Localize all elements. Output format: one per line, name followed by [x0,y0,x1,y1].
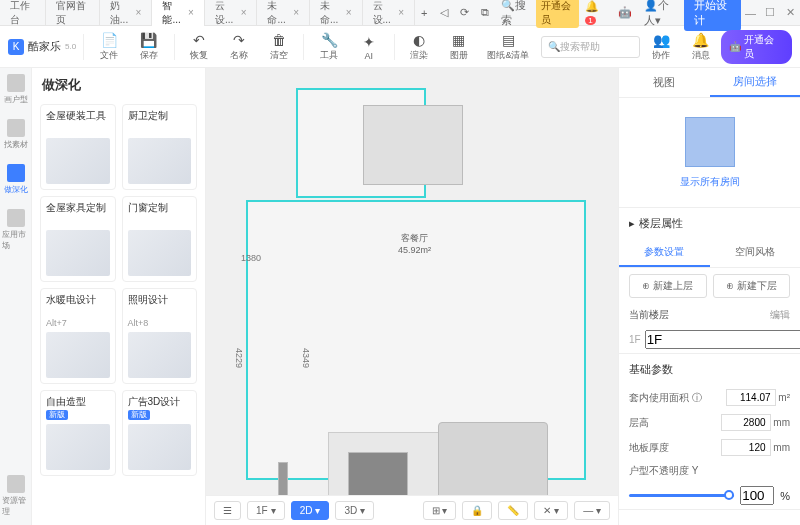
message-button[interactable]: 🔔消息 [682,31,720,62]
snap-button[interactable]: ✕ ▾ [534,501,568,520]
tab-4[interactable]: 云设...× [205,0,258,26]
users-icon: 👥 [652,31,670,49]
sidebar-rail: 画户型 找素材 做深化 应用市场 资源管理 [0,68,32,525]
side-panel: 做深化 全屋硬装工具 厨卫定制 全屋家具定制 门窗定制 水暖电设计Alt+7 照… [32,68,206,525]
tab-room-select[interactable]: 房间选择 [710,68,801,97]
floor-selector[interactable]: 1F ▾ [247,501,285,520]
album-button[interactable]: ▦图册 [440,31,478,62]
vip-badge[interactable]: 开通会员 [536,0,579,28]
redo-icon: ↷ [230,31,248,49]
app-logo: K 酷家乐 5.0 [8,39,77,55]
save-button[interactable]: 💾保存 [130,31,168,62]
vip-button[interactable]: 🤖 开通会员 [721,30,791,64]
card-lighting[interactable]: 照明设计Alt+8 [122,288,198,384]
card-hardfit[interactable]: 全屋硬装工具 [40,104,116,190]
zoom-button[interactable]: — ▾ [574,501,610,520]
tab-6[interactable]: 未命...× [310,0,363,26]
canvas-footer: ☰ 1F ▾ 2D ▾ 3D ▾ ⊞ ▾ 🔒 📏 ✕ ▾ — ▾ [206,495,618,525]
room-label: 客餐厅45.92m² [398,232,431,255]
search-icon[interactable]: 🔍搜索 [495,0,537,28]
copy-icon[interactable]: ⧉ [475,6,495,19]
opacity-slider[interactable]: % [619,482,800,509]
lock-button[interactable]: 🔒 [462,501,492,520]
notification-icon[interactable]: 🔔1 [579,0,611,25]
height-input[interactable] [721,414,771,431]
dining-table[interactable] [363,105,463,185]
layers-button[interactable]: ☰ [214,501,241,520]
slab-input[interactable] [721,439,771,456]
maximize-icon[interactable]: ☐ [760,6,780,19]
opacity-input[interactable] [740,486,774,505]
dimension-toggle[interactable]: ⊞ ▾ [423,501,457,520]
nav-back-icon[interactable]: ◁ [434,6,454,19]
dimension-v2: 4349 [301,348,311,368]
room-living[interactable]: 客餐厅45.92m² [246,200,586,480]
rail-appmarket[interactable]: 应用市场 [2,209,30,251]
render-button[interactable]: ◐渲染 [401,31,439,62]
rail-resources[interactable]: 资源管理 [2,475,30,517]
floor-name-input[interactable] [645,330,800,349]
tools-button[interactable]: 🔧工具 [310,31,348,62]
tab-workspace[interactable]: 工作台 [0,0,46,26]
floor-thumbnail[interactable] [685,117,735,167]
new-upper-button[interactable]: ⊕ 新建上层 [629,274,707,298]
view-2d-button[interactable]: 2D ▾ [291,501,330,520]
tab-2[interactable]: 奶油...× [100,0,153,26]
card-kitchen[interactable]: 厨卫定制 [122,104,198,190]
clear-button[interactable]: 🗑清空 [260,31,298,62]
title-bar: 工作台 官网首页 奶油...× 智能...× 云设...× 未命...× 未命.… [0,0,800,26]
subtab-params[interactable]: 参数设置 [619,239,710,267]
area-input[interactable] [726,389,776,406]
show-all-rooms-link[interactable]: 显示所有房间 [680,175,740,189]
tab-homepage[interactable]: 官网首页 [46,0,100,26]
properties-panel: 视图 房间选择 显示所有房间 ▸ 楼层属性 参数设置 空间风格 ⊕ 新建上层 ⊕… [618,68,800,525]
view-3d-button[interactable]: 3D ▾ [335,501,374,520]
rail-deepening[interactable]: 做深化 [2,164,30,195]
card-freeform[interactable]: 自由造型新版 [40,390,116,476]
file-icon: 📄 [100,31,118,49]
ruler-button[interactable]: 📏 [498,501,528,520]
start-design-button[interactable]: 开始设计 [684,0,740,31]
tab-view[interactable]: 视图 [619,68,710,97]
basic-params-header: 基础参数 [619,354,800,385]
toolbar: K 酷家乐 5.0 📄文件 💾保存 ↶恢复 ↷名称 🗑清空 🔧工具 ✦AI ◐渲… [0,26,800,68]
redo-button[interactable]: ↷名称 [220,31,258,62]
sparkle-icon: ✦ [360,33,378,51]
undo-button[interactable]: ↶恢复 [180,31,218,62]
tab-7[interactable]: 云设...× [363,0,416,26]
subtab-style[interactable]: 空间风格 [710,239,801,267]
user-menu[interactable]: 👤个人▾ [638,0,685,28]
assistant-icon[interactable]: 🤖 [612,6,638,19]
wrench-icon: 🔧 [320,31,338,49]
tab-5[interactable]: 未命...× [257,0,310,26]
bell-icon: 🔔 [692,31,710,49]
rail-floorplan[interactable]: 画户型 [2,74,30,105]
card-furniture[interactable]: 全屋家具定制 [40,196,116,282]
card-mep[interactable]: 水暖电设计Alt+7 [40,288,116,384]
edit-floors-link[interactable]: 编辑 [770,308,790,322]
file-button[interactable]: 📄文件 [90,31,128,62]
close-icon[interactable]: ✕ [780,6,800,19]
floor-props-header[interactable]: ▸ 楼层属性 [619,208,800,239]
rail-materials[interactable]: 找素材 [2,119,30,150]
panel-title: 做深化 [40,76,197,94]
card-ad3d[interactable]: 广告3D设计新版 [122,390,198,476]
collab-button[interactable]: 👥协作 [642,31,680,62]
list-icon: ▤ [499,31,517,49]
trash-icon: 🗑 [270,31,288,49]
drawings-button[interactable]: ▤图纸&清单 [480,31,537,62]
ai-button[interactable]: ✦AI [350,33,388,61]
grid-icon: ▦ [450,31,468,49]
save-icon: 💾 [140,31,158,49]
help-search-input[interactable]: 🔍 搜索帮助 [541,36,640,58]
render-icon: ◐ [410,31,428,49]
design-canvas[interactable]: 客餐厅45.92m² 1380 4229 4349 ☰ 1F ▾ 2D ▾ 3D… [206,68,618,525]
new-lower-button[interactable]: ⊕ 新建下层 [713,274,791,298]
room-dining[interactable] [296,88,426,198]
minimize-icon[interactable]: — [741,7,761,19]
tab-3[interactable]: 智能...× [152,0,205,26]
card-doorwindow[interactable]: 门窗定制 [122,196,198,282]
tab-add-button[interactable]: + [415,7,433,19]
refresh-icon[interactable]: ⟳ [454,6,475,19]
dimension-v1: 4229 [234,348,244,368]
